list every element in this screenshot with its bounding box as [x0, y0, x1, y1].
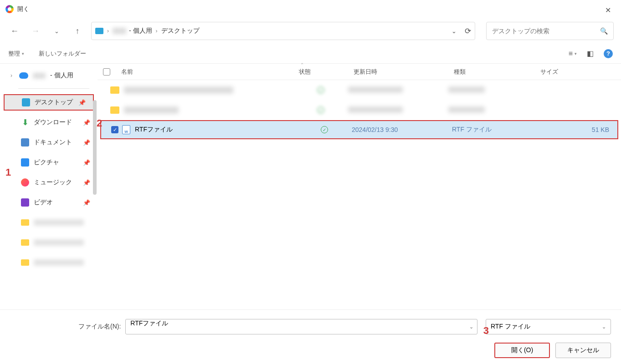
cancel-button[interactable]: キャンセル [555, 343, 611, 358]
file-row-blurred[interactable]: ✓ [98, 100, 621, 120]
sidebar-item-video[interactable]: ビデオ 📌 [0, 194, 98, 211]
file-row-selected[interactable]: ✓ RTFファイル ✓ 2024/02/13 9:30 RTF ファイル 51 … [100, 120, 618, 139]
organize-button[interactable]: 整理▾ [8, 50, 24, 58]
sidebar: › - 個人用 1 デスクトップ 📌 ⬇ ダウンロード 📌 ドキュメント 📌 ピ… [0, 64, 98, 302]
column-header-date[interactable]: 更新日時 [348, 68, 448, 76]
callout-3: 3 [483, 325, 489, 337]
breadcrumb-personal[interactable]: - 個人用 [129, 27, 152, 35]
file-list-header: ⌃ 名前 状態 更新日時 種類 サイズ [98, 64, 621, 80]
sidebar-item-label: ダウンロード [34, 118, 72, 126]
view-mode-button[interactable]: ≡▾ [569, 50, 577, 58]
folder-icon [21, 239, 29, 246]
sidebar-item-downloads[interactable]: ⬇ ダウンロード 📌 [0, 114, 98, 131]
caret-down-icon: ▾ [575, 51, 577, 56]
pin-icon[interactable]: 📌 [83, 159, 90, 166]
back-icon[interactable]: ← [7, 24, 22, 38]
desktop-icon [22, 98, 30, 106]
column-header-name[interactable]: 名前 [116, 68, 293, 76]
filename-input[interactable]: RTFファイル ⌄ [125, 319, 477, 334]
sync-ok-icon: ✓ [321, 126, 328, 133]
folder-icon [110, 106, 119, 114]
pin-icon[interactable]: 📌 [83, 119, 90, 126]
document-icon [21, 138, 29, 147]
sync-ok-icon: ✓ [317, 86, 324, 94]
chevron-right-icon[interactable]: › [8, 72, 15, 79]
file-date: 2024/02/13 9:30 [352, 126, 452, 133]
picture-icon [21, 158, 29, 167]
help-icon[interactable]: ? [604, 49, 613, 58]
file-name: RTFファイル [135, 126, 173, 134]
sidebar-item-label: ドキュメント [34, 138, 72, 147]
titlebar: 開く ✕ [0, 0, 621, 18]
rtf-file-icon [122, 125, 130, 134]
sidebar-scrollbar[interactable] [93, 100, 97, 195]
sidebar-item-masked[interactable] [21, 254, 98, 271]
breadcrumb-desktop[interactable]: デスクトップ [161, 27, 200, 35]
location-icon [95, 28, 103, 34]
address-dropdown-icon[interactable]: ⌄ [452, 28, 457, 35]
masked-text [448, 106, 485, 113]
forward-icon[interactable]: → [28, 24, 43, 38]
file-row-blurred[interactable]: ✓ [98, 80, 621, 100]
file-size: 51 KB [539, 126, 617, 133]
sidebar-item-documents[interactable]: ドキュメント 📌 [0, 134, 98, 151]
open-button[interactable]: 開く(O) [494, 343, 550, 358]
window-title: 開く [17, 5, 29, 13]
sidebar-item-masked[interactable] [21, 214, 98, 231]
sidebar-personal-suffix: - 個人用 [50, 71, 73, 80]
sidebar-item-label: ピクチャ [34, 158, 59, 167]
close-icon[interactable]: ✕ [598, 4, 617, 16]
caret-down-icon: ▾ [22, 51, 24, 56]
folder-icon [21, 259, 29, 266]
sidebar-item-pictures[interactable]: ピクチャ 📌 [0, 154, 98, 171]
column-header-size[interactable]: サイズ [535, 68, 621, 76]
pin-icon[interactable]: 📌 [78, 99, 86, 106]
search-box[interactable]: 🔍 [486, 22, 614, 40]
sidebar-divider [18, 88, 89, 89]
search-input[interactable] [492, 27, 600, 35]
recent-dropdown-icon[interactable]: ⌄ [49, 24, 64, 38]
column-header-status[interactable]: 状態 [293, 68, 348, 76]
column-header-type[interactable]: 種類 [448, 68, 535, 76]
row-checkbox[interactable]: ✓ [111, 126, 118, 133]
pin-icon[interactable]: 📌 [83, 139, 90, 146]
file-type-filter[interactable]: RTF ファイル ⌄ [486, 319, 611, 334]
chevron-right-icon: › [106, 28, 110, 34]
select-all-checkbox[interactable] [103, 68, 110, 76]
sidebar-item-label: ビデオ [34, 198, 53, 207]
sidebar-item-onedrive[interactable]: › - 個人用 [0, 67, 98, 84]
organize-label: 整理 [8, 50, 20, 58]
app-icon [5, 5, 14, 13]
filter-value: RTF ファイル [491, 323, 530, 331]
pin-icon[interactable]: 📌 [83, 179, 90, 186]
masked-text [124, 86, 233, 94]
search-icon[interactable]: 🔍 [600, 27, 608, 35]
sidebar-item-music[interactable]: ミュージック 📌 [0, 174, 98, 191]
address-bar[interactable]: › - 個人用 › デスクトップ ⌄ ⟳ [91, 22, 475, 40]
up-icon[interactable]: ↑ [70, 24, 85, 38]
masked-text [124, 106, 179, 114]
callout-2: 2 [97, 117, 102, 129]
chevron-down-icon[interactable]: ⌄ [469, 324, 473, 330]
toolbar: 整理▾ 新しいフォルダー ≡▾ ◧ ? [0, 44, 621, 64]
nav-bar: ← → ⌄ ↑ › - 個人用 › デスクトップ ⌄ ⟳ 🔍 [0, 18, 621, 44]
refresh-icon[interactable]: ⟳ [465, 26, 471, 36]
masked-label [34, 219, 84, 226]
dialog-footer: ファイル名(N): RTFファイル ⌄ RTF ファイル ⌄ 3 開く(O) キ… [0, 309, 621, 364]
preview-pane-icon[interactable]: ◧ [587, 49, 594, 58]
pin-icon[interactable]: 📌 [83, 199, 90, 206]
sidebar-item-label: ミュージック [34, 178, 72, 187]
new-folder-button[interactable]: 新しいフォルダー [39, 50, 86, 58]
masked-text [348, 106, 403, 113]
filename-value: RTFファイル [130, 319, 168, 327]
video-icon [21, 198, 29, 207]
chevron-down-icon[interactable]: ⌄ [602, 324, 606, 330]
sidebar-item-desktop[interactable]: デスクトップ 📌 [4, 94, 94, 111]
file-pane: ⌃ 名前 状態 更新日時 種類 サイズ ✓ ✓ 2 ✓ [98, 64, 621, 302]
folder-icon [21, 219, 29, 226]
chevron-right-icon: › [155, 28, 159, 34]
masked-text [448, 86, 485, 93]
sidebar-item-masked[interactable] [21, 234, 98, 251]
cloud-icon [19, 72, 28, 79]
download-icon: ⬇ [21, 118, 29, 126]
